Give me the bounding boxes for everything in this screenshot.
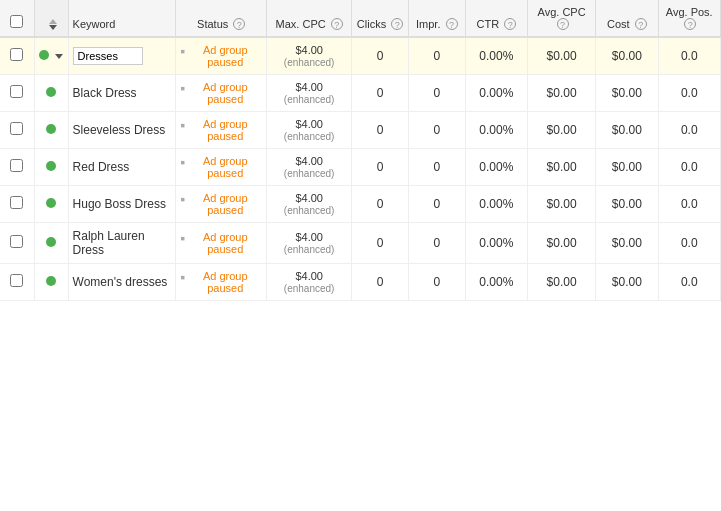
row-checkbox-cell[interactable] bbox=[0, 223, 34, 264]
row-clicks-cell: 0 bbox=[352, 264, 409, 301]
row-cost-cell: $0.00 bbox=[596, 223, 658, 264]
avg-pos-header-label: Avg. Pos. bbox=[666, 6, 713, 18]
header-status: Status ? bbox=[176, 0, 267, 37]
impr-help-icon[interactable]: ? bbox=[446, 18, 458, 30]
group-checkbox[interactable] bbox=[10, 48, 23, 61]
header-ctr: CTR ? bbox=[465, 0, 527, 37]
row-avg-pos-cell: 0.0 bbox=[658, 264, 721, 301]
group-checkbox-cell[interactable] bbox=[0, 37, 34, 75]
row-impr-cell: 0 bbox=[408, 264, 465, 301]
ctr-help-icon[interactable]: ? bbox=[504, 18, 516, 30]
table-row: Women's dresses ▪ Ad group paused $4.00 … bbox=[0, 264, 721, 301]
table-row: Ralph Lauren Dress ▪ Ad group paused $4.… bbox=[0, 223, 721, 264]
row-enhanced-label: (enhanced) bbox=[284, 283, 335, 294]
row-max-cpc-value: $4.00 bbox=[295, 155, 323, 167]
header-avg-pos: Avg. Pos. ? bbox=[658, 0, 721, 37]
row-status-indicator-cell bbox=[34, 264, 68, 301]
row-checkbox[interactable] bbox=[10, 196, 23, 209]
table-row: Black Dress ▪ Ad group paused $4.00 (enh… bbox=[0, 75, 721, 112]
row-avg-pos-cell: 0.0 bbox=[658, 186, 721, 223]
header-keyword: Keyword bbox=[68, 0, 176, 37]
impr-header-label: Impr. bbox=[416, 18, 440, 30]
group-max-cpc-cell: $4.00 (enhanced) bbox=[267, 37, 352, 75]
row-avg-cpc-cell: $0.00 bbox=[528, 149, 596, 186]
group-header-row: ▪ Ad group paused $4.00 (enhanced) 0 0 0… bbox=[0, 37, 721, 75]
group-dropdown-arrow[interactable] bbox=[55, 54, 63, 59]
avg-cpc-help-icon[interactable]: ? bbox=[557, 18, 569, 30]
row-checkbox-cell[interactable] bbox=[0, 264, 34, 301]
row-max-cpc-value: $4.00 bbox=[295, 81, 323, 93]
max-cpc-help-icon[interactable]: ? bbox=[331, 18, 343, 30]
header-impr: Impr. ? bbox=[408, 0, 465, 37]
row-status-cell: ▪ Ad group paused bbox=[176, 223, 267, 264]
table-row: Red Dress ▪ Ad group paused $4.00 (enhan… bbox=[0, 149, 721, 186]
row-max-cpc-cell: $4.00 (enhanced) bbox=[267, 112, 352, 149]
row-max-cpc-cell: $4.00 (enhanced) bbox=[267, 264, 352, 301]
row-ctr-cell: 0.00% bbox=[465, 112, 527, 149]
table-row: Hugo Boss Dress ▪ Ad group paused $4.00 … bbox=[0, 186, 721, 223]
row-checkbox[interactable] bbox=[10, 122, 23, 135]
row-checkbox-cell[interactable] bbox=[0, 186, 34, 223]
row-checkbox-cell[interactable] bbox=[0, 112, 34, 149]
cost-help-icon[interactable]: ? bbox=[635, 18, 647, 30]
row-status-indicator-cell bbox=[34, 75, 68, 112]
group-status-icon: ▪ bbox=[180, 43, 185, 59]
row-status-text: Ad group paused bbox=[188, 192, 262, 216]
row-avg-pos-cell: 0.0 bbox=[658, 149, 721, 186]
row-checkbox[interactable] bbox=[10, 159, 23, 172]
row-impr-cell: 0 bbox=[408, 186, 465, 223]
select-all-checkbox[interactable] bbox=[10, 15, 23, 28]
row-status-icon: ▪ bbox=[180, 154, 185, 170]
row-status-badge: ▪ Ad group paused bbox=[180, 231, 262, 255]
row-enhanced-label: (enhanced) bbox=[284, 131, 335, 142]
row-checkbox[interactable] bbox=[10, 235, 23, 248]
group-status-indicator-cell bbox=[34, 37, 68, 75]
group-keyword-cell[interactable] bbox=[68, 37, 176, 75]
row-max-cpc-cell: $4.00 (enhanced) bbox=[267, 75, 352, 112]
row-avg-cpc-cell: $0.00 bbox=[528, 186, 596, 223]
row-status-icon: ▪ bbox=[180, 117, 185, 133]
row-green-dot bbox=[46, 124, 56, 134]
row-avg-cpc-cell: $0.00 bbox=[528, 75, 596, 112]
row-clicks-cell: 0 bbox=[352, 112, 409, 149]
group-avg-cpc-cell: $0.00 bbox=[528, 37, 596, 75]
row-checkbox-cell[interactable] bbox=[0, 75, 34, 112]
clicks-help-icon[interactable]: ? bbox=[391, 18, 403, 30]
status-help-icon[interactable]: ? bbox=[233, 18, 245, 30]
avg-cpc-header-label: Avg. CPC bbox=[538, 6, 586, 18]
row-keyword-cell: Black Dress bbox=[68, 75, 176, 112]
row-keyword-cell: Hugo Boss Dress bbox=[68, 186, 176, 223]
row-status-text: Ad group paused bbox=[188, 155, 262, 179]
status-header-label: Status bbox=[197, 18, 228, 30]
row-status-indicator-cell bbox=[34, 223, 68, 264]
row-checkbox-cell[interactable] bbox=[0, 149, 34, 186]
row-green-dot bbox=[46, 276, 56, 286]
row-avg-cpc-cell: $0.00 bbox=[528, 112, 596, 149]
group-ctr-cell: 0.00% bbox=[465, 37, 527, 75]
header-sort-col[interactable] bbox=[34, 0, 68, 37]
row-green-dot bbox=[46, 237, 56, 247]
sort-down-icon bbox=[49, 25, 57, 30]
group-enhanced-label: (enhanced) bbox=[284, 57, 335, 68]
row-checkbox[interactable] bbox=[10, 274, 23, 287]
sort-up-icon bbox=[49, 19, 57, 24]
keyword-header-label: Keyword bbox=[73, 18, 116, 30]
row-cost-cell: $0.00 bbox=[596, 75, 658, 112]
group-cost-cell: $0.00 bbox=[596, 37, 658, 75]
row-checkbox[interactable] bbox=[10, 85, 23, 98]
row-avg-cpc-cell: $0.00 bbox=[528, 264, 596, 301]
row-status-indicator-cell bbox=[34, 149, 68, 186]
row-enhanced-label: (enhanced) bbox=[284, 205, 335, 216]
group-status-cell: ▪ Ad group paused bbox=[176, 37, 267, 75]
avg-pos-help-icon[interactable]: ? bbox=[684, 18, 696, 30]
row-max-cpc-cell: $4.00 (enhanced) bbox=[267, 149, 352, 186]
row-status-text: Ad group paused bbox=[188, 270, 262, 294]
group-keyword-input[interactable] bbox=[73, 47, 143, 65]
row-status-icon: ▪ bbox=[180, 230, 185, 246]
row-status-badge: ▪ Ad group paused bbox=[180, 118, 262, 142]
group-green-dot bbox=[39, 50, 49, 60]
row-keyword-text: Sleeveless Dress bbox=[73, 123, 166, 137]
header-clicks: Clicks ? bbox=[352, 0, 409, 37]
cost-header-label: Cost bbox=[607, 18, 630, 30]
header-cost: Cost ? bbox=[596, 0, 658, 37]
